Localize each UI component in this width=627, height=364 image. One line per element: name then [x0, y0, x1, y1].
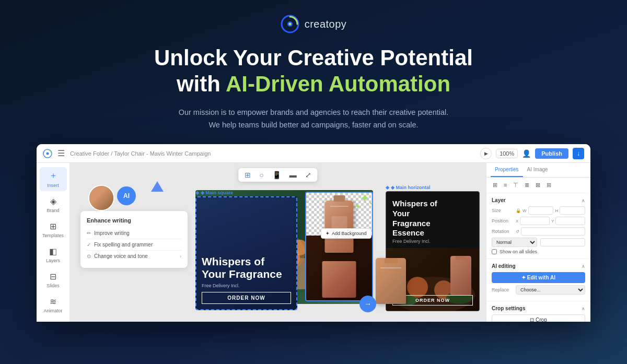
- sidebar-label-animator: Animator: [44, 308, 63, 313]
- ai-editing-collapse-icon[interactable]: ∧: [582, 264, 585, 269]
- sidebar-label-insert: Insert: [47, 183, 59, 188]
- horizontal-title: Whispers of Your Fragrance Essence: [392, 199, 448, 238]
- position-label: Position: [492, 218, 513, 224]
- opacity-input[interactable]: 100: [540, 238, 586, 246]
- tab-ai-image[interactable]: AI Image: [523, 163, 552, 177]
- slides-icon: ⊟: [50, 272, 56, 281]
- hero-subtitle-line2: We help teams build better ad campaigns,…: [208, 121, 418, 129]
- play-button[interactable]: ▶: [480, 148, 492, 159]
- person-icon: 👤: [522, 149, 531, 158]
- publish-button[interactable]: Publish: [535, 148, 568, 159]
- sidebar-item-slides[interactable]: ⊟ Slides: [40, 268, 67, 291]
- sparkle-3: ✦: [355, 202, 361, 210]
- hero-subtitle: Our mission is to empower brands and age…: [179, 106, 449, 132]
- replace-label: Replace: [492, 287, 513, 292]
- width-input[interactable]: 180: [528, 206, 554, 215]
- download-button[interactable]: ↓: [573, 148, 584, 159]
- ai-writing-item-fix[interactable]: ✓ Fix spelling and grammer: [87, 239, 181, 251]
- zoom-indicator[interactable]: 100%: [496, 149, 518, 158]
- panel-format-icon-1[interactable]: ⊞: [491, 181, 500, 190]
- panel-format-icon-5[interactable]: ⊠: [533, 181, 542, 190]
- ai-editing-title: AI editing: [492, 263, 516, 269]
- lock-icon: 🔒: [516, 208, 521, 213]
- main-horizontal-label: ◆ ◆ Main horizontal: [386, 185, 480, 190]
- layers-icon: ◧: [49, 246, 57, 256]
- pos-x-input[interactable]: 90: [520, 217, 550, 225]
- sidebar-item-feed[interactable]: ⊸ Feed: [40, 319, 67, 322]
- edit-with-ai-button[interactable]: ✦ Edit with AI: [492, 272, 585, 283]
- brand-icon: ◈: [50, 196, 56, 206]
- size-row: Size 🔒 W 180 H 60: [492, 206, 585, 215]
- svg-point-4: [47, 152, 49, 155]
- height-icon: H: [555, 208, 558, 213]
- crop-settings-header: Crop settings ∧: [492, 306, 585, 311]
- svg-point-2: [288, 23, 291, 26]
- ai-writing-title: Enhance writing: [87, 217, 181, 224]
- tab-properties[interactable]: Properties: [491, 163, 523, 177]
- layer-collapse-icon[interactable]: ∧: [582, 198, 585, 203]
- hero-title-line1: Unlock Your Creative Potential: [154, 45, 473, 70]
- position-row: Position X 90 Y 100: [492, 217, 585, 225]
- app-mockup: ☰ Creative Folder / Taylor Chair - Mavis…: [37, 144, 590, 322]
- app-logo-small-icon: [43, 149, 52, 158]
- size-label: Size: [492, 208, 513, 213]
- show-all-slides-checkbox[interactable]: [492, 249, 497, 254]
- chevron-right-icon: ›: [180, 254, 181, 259]
- hero-title-highlight: AI-Driven Automation: [226, 72, 450, 96]
- breadcrumb: Creative Folder / Taylor Chair - Mavis W…: [70, 150, 475, 157]
- menu-icon[interactable]: ☰: [57, 148, 65, 158]
- height-input[interactable]: 60: [560, 206, 585, 215]
- layer-title: Layer: [492, 197, 506, 203]
- format-circle-icon[interactable]: ○: [259, 171, 263, 179]
- opacity-row: Normal 100: [492, 238, 585, 247]
- y-label: Y: [551, 219, 554, 224]
- add-bg-icon: ✦: [326, 231, 330, 236]
- ai-writing-item-improve[interactable]: ✏ Improve writing: [87, 228, 181, 239]
- size-inputs: 🔒 W 180 H 60: [516, 206, 585, 215]
- sidebar-item-brand[interactable]: ◈ Brand: [40, 193, 67, 216]
- pos-y-input[interactable]: 100: [555, 217, 585, 225]
- sparkle-2: ✦: [369, 201, 373, 206]
- next-arrow-button[interactable]: →: [359, 296, 376, 312]
- right-panel: Properties AI Image ⊞ ≡ ⊤ ≣ ⊠ ⊞ Layer ∧ …: [486, 163, 590, 322]
- rotation-input[interactable]: 0: [521, 227, 585, 236]
- insert-icon: ＋: [49, 170, 57, 181]
- format-banner-icon[interactable]: ▬: [289, 171, 297, 179]
- panel-format-icon-4[interactable]: ≣: [522, 181, 531, 190]
- main-square-label: ◆ ◆ Main square: [195, 190, 297, 195]
- panel-tabs: Properties AI Image: [486, 163, 590, 178]
- templates-icon: ⊞: [50, 221, 56, 231]
- main-square-subtext: Free Delivery Incl.: [202, 283, 240, 288]
- ai-writing-item-voice[interactable]: ⊙ Change voice and tone ›: [87, 251, 181, 262]
- logo-text: creatopy: [305, 18, 347, 30]
- x-label: X: [516, 219, 518, 224]
- rotation-icon: ↺: [516, 229, 519, 234]
- perfume-bottle-main: [305, 192, 373, 301]
- format-square-icon[interactable]: ⊞: [245, 171, 251, 179]
- rotation-inputs: ↺ 0: [516, 227, 585, 236]
- sidebar-item-layers[interactable]: ◧ Layers: [40, 243, 67, 266]
- sidebar-item-animator[interactable]: ≋ Animator: [40, 293, 67, 316]
- sidebar-item-insert[interactable]: ＋ Insert: [40, 167, 67, 191]
- crop-button[interactable]: ⊡ Crop: [492, 314, 585, 322]
- panel-format-icon-3[interactable]: ⊤: [511, 181, 520, 190]
- replace-select[interactable]: Choose...: [516, 285, 585, 295]
- layer-section: Layer ∧ Size 🔒 W 180 H 60 Position: [486, 193, 590, 259]
- panel-format-icon-6[interactable]: ⊞: [544, 181, 553, 190]
- avatar-svg: [89, 186, 114, 211]
- format-phone-icon[interactable]: 📱: [272, 171, 281, 179]
- canvas-area: ⊞ ○ 📱 ▬ ⤢: [70, 163, 486, 322]
- crop-settings-collapse-icon[interactable]: ∧: [582, 306, 585, 311]
- main-square-order-btn[interactable]: ORDER NOW: [202, 292, 291, 304]
- main-square-canvas[interactable]: Whispers of Your Fragrance Free Delivery…: [195, 196, 297, 310]
- add-background-button[interactable]: ✦ Add Background: [321, 228, 371, 239]
- format-expand-icon[interactable]: ⤢: [305, 171, 311, 179]
- hero-title-line2: with: [177, 72, 226, 96]
- sparkle-1: ✦: [360, 192, 369, 205]
- panel-format-icon-2[interactable]: ≡: [502, 181, 509, 190]
- avatar: [88, 185, 114, 211]
- sidebar-item-templates[interactable]: ⊞ Templates: [40, 218, 67, 241]
- sidebar-label-slides: Slides: [47, 283, 60, 288]
- fix-icon: ✓: [87, 242, 91, 248]
- blend-mode-select[interactable]: Normal: [492, 238, 537, 247]
